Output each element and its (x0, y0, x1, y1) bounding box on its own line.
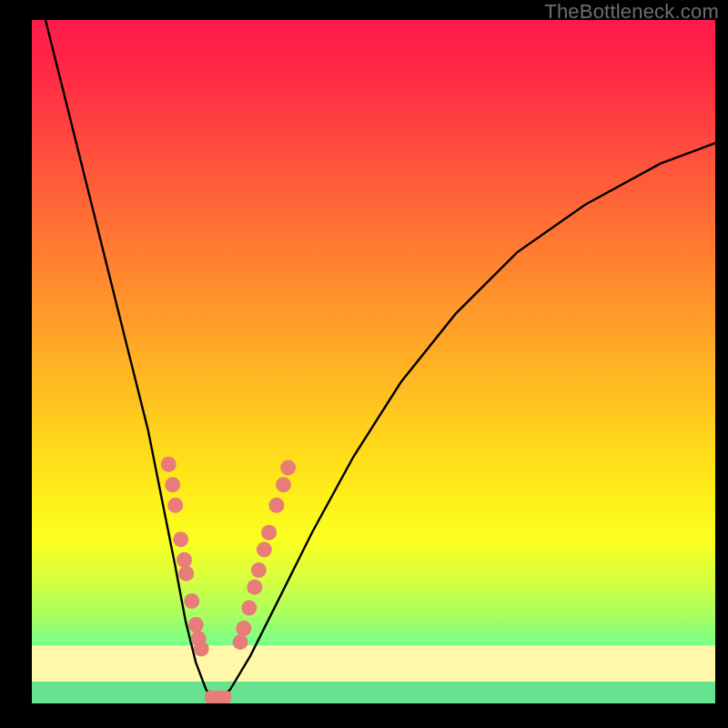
pale-band (32, 645, 715, 682)
curve-marker (241, 600, 257, 615)
curve-marker (165, 477, 180, 492)
curve-marker (177, 552, 192, 568)
chart-frame: TheBottleneck.com (0, 0, 728, 728)
plot-area (32, 20, 715, 703)
bottleneck-curve (46, 20, 715, 700)
curve-marker (236, 621, 251, 636)
curve-marker (178, 566, 194, 581)
curve-marker (251, 562, 267, 578)
curve-marker (233, 634, 248, 650)
curve-marker (188, 617, 204, 632)
bands (32, 645, 715, 703)
curve-marker (194, 641, 209, 656)
curve-marker (276, 477, 291, 492)
green-band (32, 682, 715, 703)
curve-marker (161, 457, 177, 472)
curve-marker (167, 498, 183, 513)
curve-marker (268, 498, 284, 513)
curve-marker (261, 525, 277, 541)
curve-marker (280, 460, 296, 475)
curve-marker (247, 580, 262, 595)
curve-marker (173, 531, 188, 547)
chart-svg (32, 20, 715, 703)
bottom-coral-bar (205, 691, 231, 703)
curve-markers (161, 457, 296, 657)
curve-marker (184, 593, 199, 609)
curve-marker (257, 542, 272, 558)
